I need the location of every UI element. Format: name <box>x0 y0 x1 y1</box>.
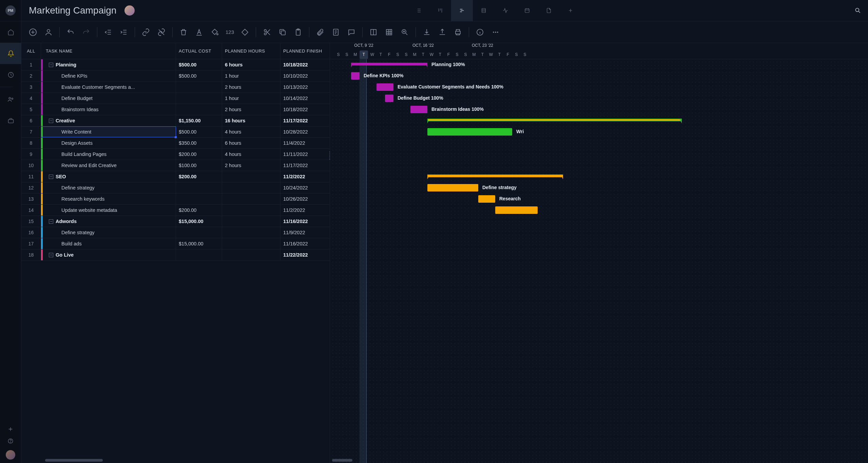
cut-button[interactable] <box>262 27 272 37</box>
tab-list[interactable] <box>408 0 429 21</box>
table-row[interactable]: 10Review and Edit Creative$100.002 hours… <box>21 160 330 171</box>
finish-cell[interactable]: 11/11/2022 <box>281 149 329 160</box>
finish-cell[interactable]: 11/4/2022 <box>281 138 329 148</box>
nav-help[interactable] <box>0 438 21 444</box>
add-task-button[interactable] <box>28 27 38 37</box>
gantt-task-bar[interactable] <box>377 83 393 91</box>
task-name-cell[interactable]: Define strategy <box>41 182 176 193</box>
search-button[interactable] <box>854 7 861 14</box>
info-button[interactable] <box>475 27 485 37</box>
col-header-cost[interactable]: ACTUAL COST <box>176 43 222 59</box>
task-name-cell[interactable]: −SEO <box>41 171 176 182</box>
cost-cell[interactable] <box>176 227 222 238</box>
indent-button[interactable] <box>119 27 129 37</box>
table-row[interactable]: 12Define strategy10/24/2022 <box>21 182 330 194</box>
gantt-task-bar[interactable] <box>385 95 393 102</box>
task-name-cell[interactable]: −Creative <box>41 115 176 126</box>
gantt-task-bar[interactable] <box>478 195 495 203</box>
zoom-button[interactable] <box>400 27 409 37</box>
finish-cell[interactable]: 11/9/2022 <box>281 227 329 238</box>
gantt-task-bar[interactable] <box>427 184 478 192</box>
task-name-cell[interactable]: Build Landing Pages <box>41 149 176 160</box>
undo-button[interactable] <box>66 27 75 37</box>
gantt-task-bar[interactable] <box>351 72 360 80</box>
task-name-cell[interactable]: −Adwords <box>41 216 176 227</box>
hours-cell[interactable]: 2 hours <box>222 104 281 115</box>
table-row[interactable]: 4Define Budget1 hour10/14/2022 <box>21 93 330 104</box>
finish-cell[interactable]: 10/10/2022 <box>281 71 329 81</box>
task-name-cell[interactable]: Evaluate Customer Segments a... <box>41 82 176 93</box>
cost-cell[interactable] <box>176 249 222 260</box>
tab-file[interactable] <box>538 0 560 21</box>
table-row[interactable]: 2Define KPIs$500.001 hour10/10/2022 <box>21 71 330 82</box>
finish-cell[interactable]: 10/26/2022 <box>281 194 329 204</box>
number-format-button[interactable]: 123 <box>226 29 234 35</box>
tab-gantt[interactable] <box>451 0 473 21</box>
table-row[interactable]: 15−Adwords$15,000.0011/16/2022 <box>21 216 330 227</box>
table-row[interactable]: 9Build Landing Pages$200.004 hours11/11/… <box>21 149 330 160</box>
finish-cell[interactable]: 11/2/2022 <box>281 171 329 182</box>
cost-cell[interactable]: $15,000.00 <box>176 216 222 227</box>
table-row[interactable]: 14Update website metadata$200.0011/2/202… <box>21 205 330 216</box>
outdent-button[interactable] <box>103 27 113 37</box>
hours-cell[interactable]: 1 hour <box>222 71 281 81</box>
nav-work[interactable] <box>0 110 21 131</box>
finish-cell[interactable]: 11/2/2022 <box>281 205 329 216</box>
milestone-button[interactable] <box>240 27 250 37</box>
collapse-button[interactable]: − <box>49 63 53 67</box>
cost-cell[interactable]: $350.00 <box>176 138 222 148</box>
redo-button[interactable] <box>81 27 91 37</box>
tab-activity[interactable] <box>495 0 516 21</box>
finish-cell[interactable]: 10/13/2022 <box>281 82 329 93</box>
col-header-hours[interactable]: PLANNED HOURS <box>222 43 281 59</box>
unlink-button[interactable] <box>157 27 166 37</box>
task-name-cell[interactable]: Update website metadata <box>41 205 176 216</box>
export-button[interactable] <box>438 27 447 37</box>
hours-cell[interactable]: 1 hour <box>222 93 281 104</box>
finish-cell[interactable]: 11/17/2022 <box>281 160 329 171</box>
collapse-button[interactable]: − <box>49 219 53 224</box>
attach-button[interactable] <box>315 27 325 37</box>
table-row[interactable]: 1−Planning$500.006 hours10/18/2022 <box>21 59 330 71</box>
hours-cell[interactable] <box>222 205 281 216</box>
table-row[interactable]: 8Design Assets$350.006 hours11/4/2022 <box>21 138 330 149</box>
gantt-summary-bar[interactable] <box>427 175 563 177</box>
finish-cell[interactable]: 11/16/2022 <box>281 238 329 249</box>
cost-cell[interactable] <box>176 182 222 193</box>
task-name-cell[interactable]: Define Budget <box>41 93 176 104</box>
cost-cell[interactable] <box>176 104 222 115</box>
task-name-cell[interactable]: Design Assets <box>41 138 176 148</box>
cost-cell[interactable]: $500.00 <box>176 126 222 137</box>
hours-cell[interactable]: 4 hours <box>222 149 281 160</box>
hours-cell[interactable]: 6 hours <box>222 138 281 148</box>
finish-cell[interactable]: 10/28/2022 <box>281 126 329 137</box>
cost-cell[interactable]: $200.00 <box>176 205 222 216</box>
fill-color-button[interactable] <box>210 27 219 37</box>
table-row[interactable]: 7Write Content$500.004 hours10/28/2022 <box>21 126 330 138</box>
task-name-cell[interactable]: Research keywords <box>41 194 176 204</box>
cost-cell[interactable]: $200.00 <box>176 149 222 160</box>
hours-cell[interactable] <box>222 171 281 182</box>
cost-cell[interactable]: $15,000.00 <box>176 238 222 249</box>
paste-button[interactable] <box>293 27 303 37</box>
cost-cell[interactable]: $200.00 <box>176 171 222 182</box>
cost-cell[interactable]: $1,150.00 <box>176 115 222 126</box>
gantt-task-bar[interactable] <box>410 106 427 113</box>
hours-cell[interactable]: 4 hours <box>222 126 281 137</box>
nav-team[interactable] <box>0 88 21 110</box>
collapse-button[interactable]: − <box>49 253 53 257</box>
cost-cell[interactable] <box>176 82 222 93</box>
tab-add-view[interactable] <box>560 0 581 21</box>
finish-cell[interactable]: 10/24/2022 <box>281 182 329 193</box>
cost-cell[interactable] <box>176 194 222 204</box>
cost-cell[interactable]: $500.00 <box>176 71 222 81</box>
hours-cell[interactable] <box>222 249 281 260</box>
table-row[interactable]: 11−SEO$200.0011/2/2022 <box>21 171 330 182</box>
nav-home[interactable] <box>0 21 21 43</box>
col-header-name[interactable]: TASK NAME <box>41 43 176 59</box>
table-row[interactable]: 5Brainstorm Ideas2 hours10/18/2022 <box>21 104 330 115</box>
hours-cell[interactable] <box>222 216 281 227</box>
task-name-cell[interactable]: −Planning <box>41 59 176 70</box>
cost-cell[interactable] <box>176 93 222 104</box>
table-row[interactable]: 16Define strategy11/9/2022 <box>21 227 330 238</box>
